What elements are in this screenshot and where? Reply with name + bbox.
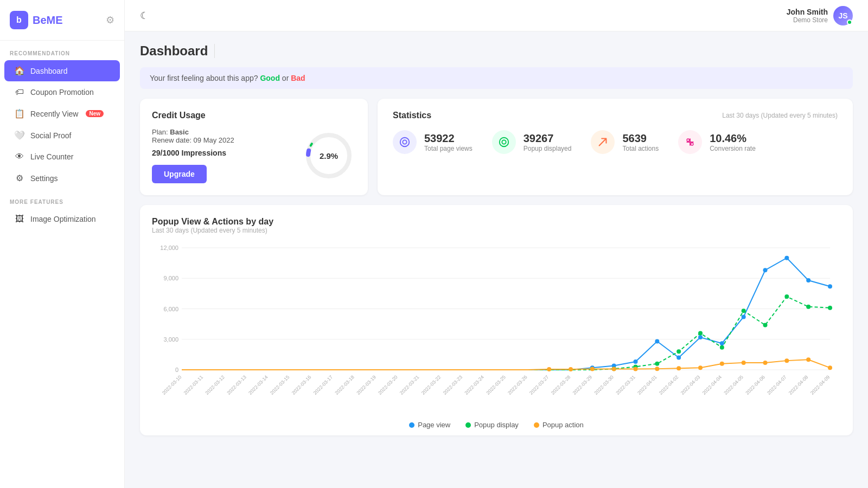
stat-icon-2 xyxy=(591,130,615,154)
legend-item-popup-action: Popup action xyxy=(534,421,584,429)
svg-point-68 xyxy=(698,331,703,336)
svg-point-56 xyxy=(676,356,681,360)
svg-point-66 xyxy=(655,362,659,366)
credit-card: Credit Usage Plan: Basic Renew date: 09 … xyxy=(140,99,368,195)
content-area: Dashboard Your first feeling about this … xyxy=(125,31,868,488)
feedback-text: Your first feeling about this app? xyxy=(150,74,258,82)
svg-point-70 xyxy=(742,309,746,313)
stat-item-1: 39267Popup displayed xyxy=(492,130,572,154)
donut-chart: 2.9% xyxy=(302,129,356,183)
feedback-good-link[interactable]: Good xyxy=(260,74,280,82)
chart-title: Popup View & Actions by day xyxy=(152,217,841,227)
svg-text:2022-03-17: 2022-03-17 xyxy=(312,374,334,396)
svg-text:2022-04-04: 2022-04-04 xyxy=(701,374,723,396)
sidebar-item-label-social: Social Proof xyxy=(30,131,71,140)
svg-point-84 xyxy=(742,361,746,365)
svg-text:2022-03-30: 2022-03-30 xyxy=(593,374,615,396)
feedback-bad-link[interactable]: Bad xyxy=(291,74,305,82)
legend-dot xyxy=(409,422,414,428)
new-badge: New xyxy=(86,110,104,117)
svg-point-75 xyxy=(547,367,551,371)
svg-point-81 xyxy=(676,366,681,370)
sidebar-item-coupon[interactable]: 🏷Coupon Promotion xyxy=(4,82,120,102)
svg-text:2022-04-06: 2022-04-06 xyxy=(744,374,766,396)
svg-point-54 xyxy=(634,359,638,364)
image-opt-icon: 🖼 xyxy=(14,214,25,224)
settings-icon: ⚙ xyxy=(14,173,25,183)
stats-updated: Last 30 days (Updated every 5 minutes) xyxy=(722,112,838,119)
svg-point-78 xyxy=(612,367,616,371)
stat-label-2: Total actions xyxy=(622,145,659,152)
svg-text:9,000: 9,000 xyxy=(163,275,178,281)
legend-dot xyxy=(465,422,471,428)
dashboard-icon: 🏠 xyxy=(14,66,25,76)
stats-title: Statistics xyxy=(393,111,431,120)
gear-icon[interactable]: ⚙ xyxy=(106,14,114,26)
credit-info: Plan: Basic Renew date: 09 May 2022 29/1… xyxy=(152,128,293,183)
stat-value-1: 39267 xyxy=(524,132,572,145)
svg-text:2022-04-03: 2022-04-03 xyxy=(680,374,701,396)
sidebar-item-live[interactable]: 👁Live Counter xyxy=(4,146,120,167)
chart-subtitle: Last 30 days (Updated every 5 minutes) xyxy=(152,227,841,234)
donut-label: 2.9% xyxy=(320,151,338,160)
svg-text:2022-03-14: 2022-03-14 xyxy=(247,374,269,396)
stat-info-1: 39267Popup displayed xyxy=(524,132,572,152)
svg-text:2022-03-23: 2022-03-23 xyxy=(442,374,464,396)
svg-text:2022-03-25: 2022-03-25 xyxy=(485,374,507,396)
svg-text:2022-03-12: 2022-03-12 xyxy=(204,374,226,396)
svg-text:3,000: 3,000 xyxy=(163,336,178,343)
stat-value-3: 10.46% xyxy=(710,132,756,145)
svg-text:2022-03-24: 2022-03-24 xyxy=(463,374,485,396)
svg-text:12,000: 12,000 xyxy=(160,245,178,251)
page-header: Dashboard xyxy=(140,43,853,59)
svg-point-9 xyxy=(687,139,690,142)
svg-point-72 xyxy=(784,294,789,299)
legend-label: Popup display xyxy=(474,421,519,429)
svg-text:2022-03-15: 2022-03-15 xyxy=(269,374,291,396)
svg-text:2022-04-07: 2022-04-07 xyxy=(766,374,788,396)
chart-legend: Page viewPopup displayPopup action xyxy=(152,421,841,429)
sidebar-sections: RECOMMENDATION🏠Dashboard🏷Coupon Promotio… xyxy=(0,41,124,230)
sidebar-item-social[interactable]: 🤍Social Proof xyxy=(4,125,120,146)
upgrade-button[interactable]: Upgrade xyxy=(152,165,207,183)
svg-text:6,000: 6,000 xyxy=(163,306,178,312)
user-name: John Smith xyxy=(787,8,828,16)
chart-area: 03,0006,0009,00012,0002022-03-102022-03-… xyxy=(152,240,841,415)
feedback-banner: Your first feeling about this app? Good … xyxy=(140,67,853,89)
sidebar-item-dashboard[interactable]: 🏠Dashboard xyxy=(4,60,120,81)
svg-point-79 xyxy=(634,367,638,371)
svg-text:2022-03-29: 2022-03-29 xyxy=(572,374,593,396)
svg-point-83 xyxy=(720,362,724,366)
stat-label-3: Conversion rate xyxy=(710,145,756,152)
svg-point-88 xyxy=(828,365,832,370)
svg-point-3 xyxy=(400,138,410,147)
cards-row: Credit Usage Plan: Basic Renew date: 09 … xyxy=(140,99,853,195)
svg-point-76 xyxy=(569,367,573,371)
svg-point-60 xyxy=(763,268,768,272)
credit-plan: Plan: Basic xyxy=(152,128,293,136)
avatar: JS xyxy=(833,6,853,25)
user-text: John Smith Demo Store xyxy=(787,8,828,24)
recently-icon: 📋 xyxy=(14,108,25,119)
sidebar-logo: b BeME ⚙ xyxy=(0,0,124,41)
stats-card: Statistics Last 30 days (Updated every 5… xyxy=(378,99,853,195)
svg-text:2022-03-27: 2022-03-27 xyxy=(528,374,550,396)
legend-item-page-view: Page view xyxy=(409,421,450,429)
header-divider xyxy=(214,44,215,58)
svg-text:2022-03-10: 2022-03-10 xyxy=(161,374,183,396)
sidebar-item-recently[interactable]: 📋Recently ViewNew xyxy=(4,103,120,124)
sidebar-item-settings[interactable]: ⚙Settings xyxy=(4,168,120,189)
svg-point-71 xyxy=(763,323,768,328)
stat-icon-1 xyxy=(492,130,516,154)
sidebar-item-image-opt[interactable]: 🖼Image Optimization xyxy=(4,209,120,229)
stat-icon-0 xyxy=(393,130,417,154)
sidebar-item-label-coupon: Coupon Promotion xyxy=(30,88,94,97)
theme-toggle[interactable]: ☾ xyxy=(140,10,149,22)
user-store: Demo Store xyxy=(787,16,828,24)
svg-point-77 xyxy=(590,367,595,371)
svg-point-87 xyxy=(806,357,810,362)
legend-label: Popup action xyxy=(542,421,584,429)
stat-icon-3 xyxy=(678,130,702,154)
sidebar-item-label-settings: Settings xyxy=(30,174,58,183)
coupon-icon: 🏷 xyxy=(14,87,25,97)
